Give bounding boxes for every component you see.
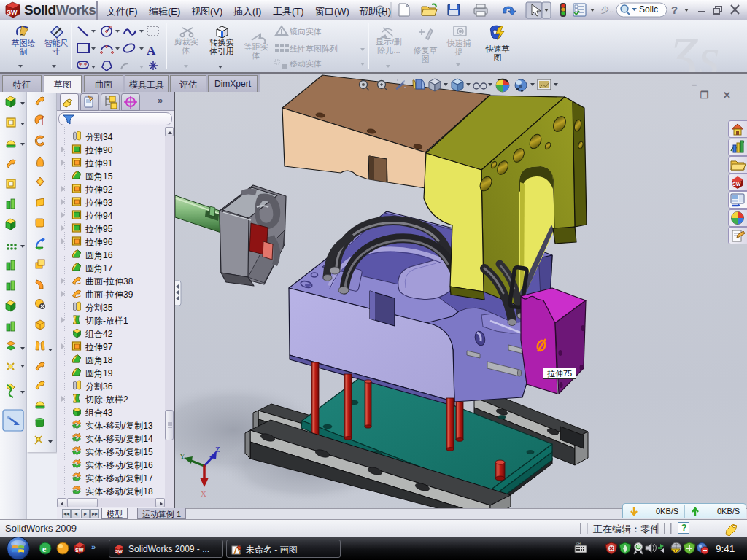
svg-text:Y: Y (179, 451, 185, 460)
svg-text:9:41: 9:41 (716, 543, 735, 554)
svg-text:SW: SW (75, 548, 84, 553)
svg-text:SW: SW (7, 9, 18, 16)
svg-text:»: » (91, 542, 96, 551)
svg-text:CH: CH (576, 542, 581, 545)
svg-text:Ʒs: Ʒs (665, 26, 720, 72)
svg-text:?: ? (671, 4, 678, 16)
svg-text:!: ! (675, 549, 676, 554)
svg-text:Z: Z (215, 445, 220, 454)
svg-text:SW: SW (115, 549, 123, 553)
svg-text:X: X (201, 489, 206, 498)
svg-text:e: e (42, 544, 47, 554)
svg-text:少..: 少.. (601, 5, 614, 14)
svg-text:A: A (147, 44, 156, 58)
svg-text:SW: SW (732, 182, 741, 187)
svg-text:Solic: Solic (639, 4, 658, 15)
